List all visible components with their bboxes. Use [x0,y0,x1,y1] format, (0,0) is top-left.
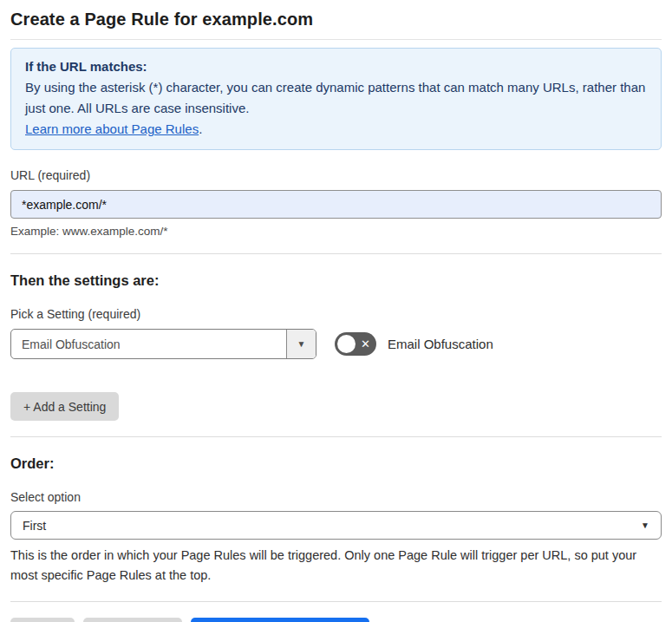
section-divider-1 [10,253,662,254]
pick-setting-label: Pick a Setting (required) [10,307,662,321]
url-input[interactable] [10,190,662,219]
order-helper-text: This is the order in which your Page Rul… [10,546,662,586]
x-icon: ✕ [361,332,370,356]
page-rule-form: Create a Page Rule for example.com If th… [0,0,672,622]
info-box-link-line: Learn more about Page Rules. [25,119,647,140]
page-title: Create a Page Rule for example.com [10,0,662,29]
setting-select-value: Email Obfuscation [11,330,286,358]
save-and-deploy-button[interactable]: Save and Deploy Page Rule [191,618,369,622]
order-section-heading: Order: [10,455,662,472]
header-divider [10,39,662,40]
setting-row: Email Obfuscation ▼ ✕ Email Obfuscation [10,329,662,359]
toggle-knob [337,335,356,353]
info-box-body: By using the asterisk (*) character, you… [25,77,647,119]
save-as-draft-button[interactable]: Save as Draft [83,618,183,622]
order-select-label: Select option [10,490,662,504]
settings-section-heading: Then the settings are: [10,272,662,289]
url-matches-info-box: If the URL matches: By using the asteris… [10,48,662,150]
cancel-button[interactable]: Cancel [10,618,75,622]
section-divider-2 [10,436,662,437]
info-box-heading: If the URL matches: [25,56,647,77]
link-suffix: . [199,121,202,136]
url-example-helper: Example: www.example.com/* [10,225,662,238]
chevron-down-icon[interactable]: ▼ [286,330,316,358]
order-select[interactable]: First ▼ [10,511,662,540]
setting-select[interactable]: Email Obfuscation ▼ [10,329,316,359]
add-setting-button[interactable]: + Add a Setting [10,392,119,421]
learn-more-link[interactable]: Learn more about Page Rules [25,121,199,136]
toggle-caption: Email Obfuscation [388,337,493,351]
email-obfuscation-toggle[interactable]: ✕ [335,332,376,356]
url-label: URL (required) [10,168,662,182]
footer-actions: Cancel Save as Draft Save and Deploy Pag… [10,618,662,622]
chevron-down-icon: ▼ [641,521,649,530]
order-select-value: First [23,519,641,533]
footer-divider [10,601,662,602]
